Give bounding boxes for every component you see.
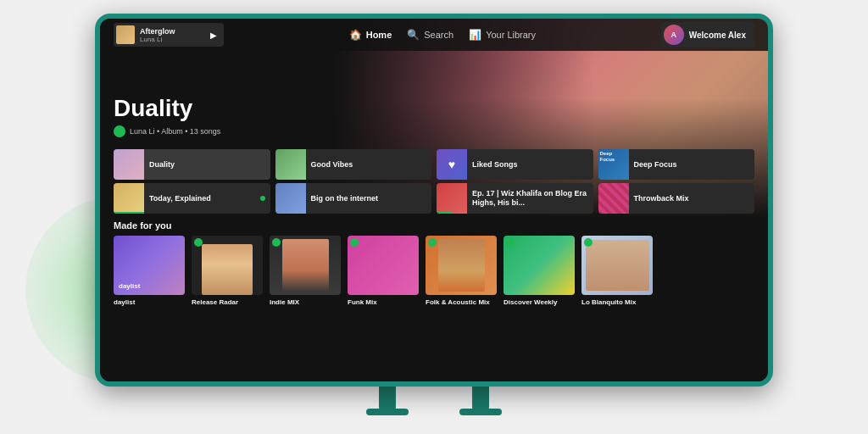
stand-right — [459, 387, 502, 415]
nav-search-label: Search — [424, 30, 453, 40]
folk-badge — [428, 238, 437, 247]
made-card-folk[interactable]: Folk & Acoustic Mix — [426, 236, 497, 306]
search-icon: 🔍 — [407, 29, 420, 41]
navbar: Afterglow Luna Li ▶ 🏠 Home 🔍 Search — [100, 19, 768, 51]
stand-left — [366, 387, 409, 415]
quick-label-biginternet: Big on the internet — [306, 194, 432, 203]
nav-library[interactable]: 📊 Your Library — [469, 29, 536, 41]
nav-links: 🏠 Home 🔍 Search 📊 Your Library — [241, 29, 644, 41]
hero-section: Duality Luna Li • Album • 13 songs — [100, 51, 768, 144]
blanquito-img — [581, 236, 653, 295]
new-dot-today — [260, 196, 265, 201]
funk-img — [348, 236, 419, 295]
stand-leg-left — [379, 387, 396, 410]
made-card-discover[interactable]: Discover Weekly — [504, 236, 575, 306]
quick-label-today: Today, Explained — [144, 194, 260, 203]
stand-base-right — [459, 409, 502, 415]
welcome-text: Welcome Alex — [689, 31, 746, 40]
indie-person — [282, 239, 329, 292]
stand-leg-right — [472, 387, 489, 410]
biginternet-thumb — [275, 183, 306, 214]
welcome-badge[interactable]: A Welcome Alex — [661, 22, 754, 47]
made-card-funk[interactable]: Funk Mix — [348, 236, 419, 306]
indie-badge — [272, 238, 281, 247]
radar-label: Release Radar — [192, 298, 263, 306]
home-icon: 🏠 — [349, 29, 362, 41]
folk-person — [438, 239, 485, 292]
quick-label-ep17: Ep. 17 | Wiz Khalifa on Blog Era Highs, … — [467, 189, 593, 208]
funk-badge — [350, 238, 359, 247]
blanquito-badge — [584, 238, 593, 247]
avatar: A — [664, 25, 684, 45]
heart-icon: ♥ — [448, 158, 455, 171]
quick-picks-row2: Today, Explained Big on the internet Ep.… — [100, 183, 768, 214]
quick-picks-row1: Duality Good Vibes ♥ Liked Songs — [100, 149, 768, 180]
quick-card-duality[interactable]: Duality — [114, 149, 270, 180]
tv-frame: Afterglow Luna Li ▶ 🏠 Home 🔍 Search — [95, 14, 773, 387]
tv-wrapper: Afterglow Luna Li ▶ 🏠 Home 🔍 Search — [86, 14, 782, 420]
radar-img — [192, 236, 263, 295]
deepfocus-thumb: DeepFocus — [598, 149, 629, 180]
goodvibes-thumb — [275, 149, 306, 180]
made-card-blanquito[interactable]: Lo Blanquito Mix — [581, 236, 653, 306]
quick-label-throwback: Throwback Mix — [629, 194, 755, 203]
tv-screen: Afterglow Luna Li ▶ 🏠 Home 🔍 Search — [100, 19, 768, 381]
quick-label-liked: Liked Songs — [467, 160, 593, 170]
nav-search[interactable]: 🔍 Search — [407, 29, 453, 41]
made-card-indie[interactable]: Indie MIX — [270, 236, 341, 306]
daylist-img: daylist — [114, 236, 185, 295]
throwback-thumb — [598, 183, 629, 214]
quick-card-ep17[interactable]: Ep. 17 | Wiz Khalifa on Blog Era Highs, … — [437, 183, 593, 214]
deepfocus-label-img: DeepFocus — [600, 151, 615, 162]
funk-label: Funk Mix — [348, 298, 419, 306]
now-playing-thumbnail — [116, 25, 135, 44]
radar-badge — [194, 238, 203, 247]
discover-badge — [506, 238, 515, 247]
album-meta: Luna Li • Album • 13 songs — [114, 125, 754, 137]
now-playing-title: Afterglow — [140, 27, 175, 36]
quick-card-goodvibes[interactable]: Good Vibes — [275, 149, 432, 180]
spotify-icon — [114, 125, 125, 137]
daylist-label: daylist — [114, 298, 185, 306]
indie-img — [270, 236, 341, 295]
nav-library-label: Your Library — [486, 30, 536, 40]
tv-stand — [366, 387, 502, 415]
now-playing-info: Afterglow Luna Li — [140, 27, 175, 43]
today-thumb — [114, 183, 144, 214]
discover-label: Discover Weekly — [504, 298, 575, 306]
quick-card-liked[interactable]: ♥ Liked Songs — [437, 149, 593, 180]
made-card-radar[interactable]: Release Radar — [192, 236, 263, 306]
now-playing-bar[interactable]: Afterglow Luna Li ▶ — [114, 23, 224, 47]
made-cards-list: daylist daylist Release Radar — [114, 236, 754, 306]
quick-card-deepfocus[interactable]: DeepFocus Deep Focus — [598, 149, 755, 180]
album-title: Duality — [114, 96, 754, 122]
liked-thumb: ♥ — [437, 149, 467, 180]
library-icon: 📊 — [469, 29, 481, 41]
ep17-thumb — [437, 183, 467, 214]
made-for-you-section: Made for you daylist daylist Release — [100, 214, 768, 306]
section-title-made: Made for you — [114, 220, 754, 231]
play-icon[interactable]: ▶ — [210, 31, 217, 40]
quick-card-today[interactable]: Today, Explained — [114, 183, 270, 214]
quick-label-goodvibes: Good Vibes — [306, 160, 432, 170]
folk-label: Folk & Acoustic Mix — [426, 298, 497, 306]
folk-img — [426, 236, 497, 295]
indie-label: Indie MIX — [270, 298, 341, 306]
blanquito-people — [586, 240, 649, 291]
daylist-img-label: daylist — [119, 282, 140, 290]
nav-home[interactable]: 🏠 Home — [349, 29, 392, 41]
quick-label-deepfocus: Deep Focus — [629, 160, 755, 170]
quick-card-biginternet[interactable]: Big on the internet — [275, 183, 432, 214]
now-playing-artist: Luna Li — [140, 36, 175, 43]
blanquito-label: Lo Blanquito Mix — [581, 298, 653, 306]
radar-person — [202, 244, 253, 295]
discover-img — [504, 236, 575, 295]
nav-home-label: Home — [366, 30, 392, 40]
duality-thumb — [114, 149, 144, 180]
stand-base-left — [366, 409, 409, 415]
quick-card-throwback[interactable]: Throwback Mix — [598, 183, 755, 214]
album-meta-text: Luna Li • Album • 13 songs — [130, 127, 220, 136]
quick-label-duality: Duality — [144, 160, 270, 170]
made-card-daylist[interactable]: daylist daylist — [114, 236, 185, 306]
